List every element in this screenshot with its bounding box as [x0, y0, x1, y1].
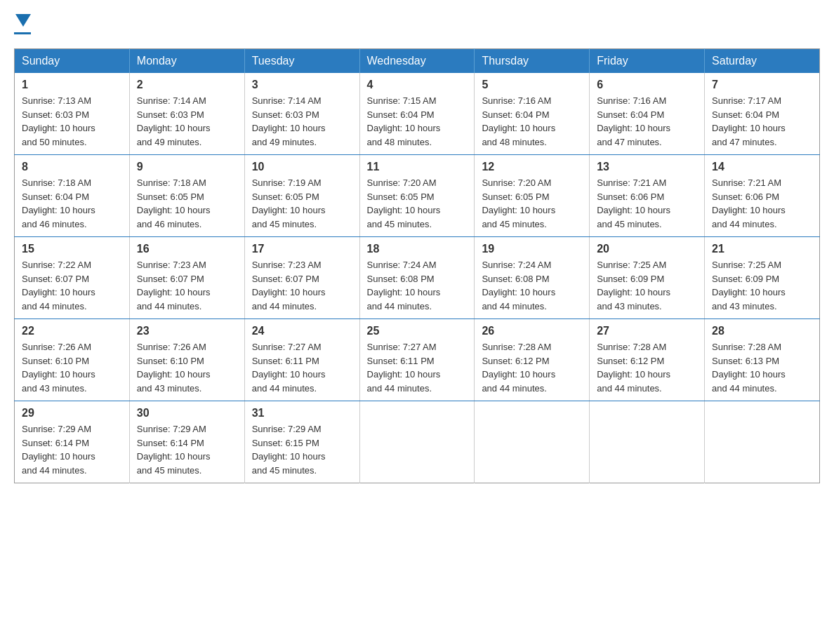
day-info: Sunrise: 7:24 AMSunset: 6:08 PMDaylight:…	[367, 260, 441, 311]
day-number: 15	[22, 243, 122, 255]
day-info: Sunrise: 7:18 AMSunset: 6:05 PMDaylight:…	[137, 177, 211, 229]
logo	[14, 14, 31, 34]
day-info: Sunrise: 7:24 AMSunset: 6:08 PMDaylight:…	[482, 260, 555, 311]
day-number: 16	[137, 243, 237, 255]
svg-marker-0	[15, 14, 31, 27]
day-info: Sunrise: 7:16 AMSunset: 6:04 PMDaylight:…	[597, 95, 670, 147]
week-row-1: 1 Sunrise: 7:13 AMSunset: 6:03 PMDayligh…	[15, 73, 820, 155]
day-info: Sunrise: 7:22 AMSunset: 6:07 PMDaylight:…	[22, 260, 95, 311]
day-info: Sunrise: 7:27 AMSunset: 6:11 PMDaylight:…	[367, 342, 441, 394]
calendar-cell: 28 Sunrise: 7:28 AMSunset: 6:13 PMDaylig…	[705, 319, 820, 401]
day-info: Sunrise: 7:20 AMSunset: 6:05 PMDaylight:…	[482, 177, 555, 229]
day-number: 6	[597, 79, 697, 91]
logo-triangle-icon	[15, 14, 31, 27]
day-number: 1	[22, 79, 122, 91]
calendar-cell: 19 Sunrise: 7:24 AMSunset: 6:08 PMDaylig…	[475, 237, 590, 319]
day-info: Sunrise: 7:23 AMSunset: 6:07 PMDaylight:…	[252, 260, 326, 311]
col-header-sunday: Sunday	[15, 49, 130, 74]
day-info: Sunrise: 7:21 AMSunset: 6:06 PMDaylight:…	[712, 177, 786, 229]
calendar-cell: 10 Sunrise: 7:19 AMSunset: 6:05 PMDaylig…	[244, 155, 359, 237]
week-row-2: 8 Sunrise: 7:18 AMSunset: 6:04 PMDayligh…	[15, 155, 820, 237]
day-number: 8	[22, 161, 122, 173]
day-number: 10	[252, 161, 352, 173]
calendar-cell: 4 Sunrise: 7:15 AMSunset: 6:04 PMDayligh…	[359, 73, 475, 155]
day-info: Sunrise: 7:28 AMSunset: 6:12 PMDaylight:…	[482, 342, 555, 394]
day-number: 11	[367, 161, 468, 173]
col-header-monday: Monday	[129, 49, 244, 74]
week-row-4: 22 Sunrise: 7:26 AMSunset: 6:10 PMDaylig…	[15, 319, 820, 401]
calendar-cell: 13 Sunrise: 7:21 AMSunset: 6:06 PMDaylig…	[590, 155, 705, 237]
col-header-thursday: Thursday	[475, 49, 590, 74]
day-number: 28	[712, 325, 812, 337]
calendar-cell: 1 Sunrise: 7:13 AMSunset: 6:03 PMDayligh…	[15, 73, 130, 155]
calendar-cell	[705, 401, 820, 483]
day-number: 29	[22, 407, 122, 420]
day-info: Sunrise: 7:13 AMSunset: 6:03 PMDaylight:…	[22, 95, 95, 147]
calendar-cell: 3 Sunrise: 7:14 AMSunset: 6:03 PMDayligh…	[244, 73, 359, 155]
day-number: 25	[367, 325, 468, 337]
day-number: 24	[252, 325, 352, 337]
day-info: Sunrise: 7:19 AMSunset: 6:05 PMDaylight:…	[252, 177, 326, 229]
day-number: 19	[482, 243, 582, 255]
day-info: Sunrise: 7:20 AMSunset: 6:05 PMDaylight:…	[367, 177, 441, 229]
calendar-cell	[475, 401, 590, 483]
calendar-cell: 30 Sunrise: 7:29 AMSunset: 6:14 PMDaylig…	[129, 401, 244, 483]
day-info: Sunrise: 7:21 AMSunset: 6:06 PMDaylight:…	[597, 177, 670, 229]
day-number: 27	[597, 325, 697, 337]
calendar-cell	[590, 401, 705, 483]
week-row-3: 15 Sunrise: 7:22 AMSunset: 6:07 PMDaylig…	[15, 237, 820, 319]
week-row-5: 29 Sunrise: 7:29 AMSunset: 6:14 PMDaylig…	[15, 401, 820, 483]
calendar-cell: 18 Sunrise: 7:24 AMSunset: 6:08 PMDaylig…	[359, 237, 475, 319]
day-info: Sunrise: 7:25 AMSunset: 6:09 PMDaylight:…	[597, 260, 670, 311]
calendar-cell: 27 Sunrise: 7:28 AMSunset: 6:12 PMDaylig…	[590, 319, 705, 401]
calendar-cell: 22 Sunrise: 7:26 AMSunset: 6:10 PMDaylig…	[15, 319, 130, 401]
calendar-cell: 9 Sunrise: 7:18 AMSunset: 6:05 PMDayligh…	[129, 155, 244, 237]
calendar-cell: 20 Sunrise: 7:25 AMSunset: 6:09 PMDaylig…	[590, 237, 705, 319]
day-number: 4	[367, 79, 468, 91]
day-info: Sunrise: 7:29 AMSunset: 6:14 PMDaylight:…	[22, 424, 95, 476]
day-number: 9	[137, 161, 237, 173]
col-header-wednesday: Wednesday	[359, 49, 475, 74]
day-info: Sunrise: 7:26 AMSunset: 6:10 PMDaylight:…	[22, 342, 95, 394]
day-number: 30	[137, 407, 237, 420]
day-number: 12	[482, 161, 582, 173]
logo-underline	[14, 32, 31, 34]
calendar-cell: 2 Sunrise: 7:14 AMSunset: 6:03 PMDayligh…	[129, 73, 244, 155]
day-info: Sunrise: 7:25 AMSunset: 6:09 PMDaylight:…	[712, 260, 786, 311]
calendar-cell: 23 Sunrise: 7:26 AMSunset: 6:10 PMDaylig…	[129, 319, 244, 401]
day-info: Sunrise: 7:16 AMSunset: 6:04 PMDaylight:…	[482, 95, 555, 147]
day-info: Sunrise: 7:29 AMSunset: 6:15 PMDaylight:…	[252, 424, 326, 476]
day-number: 31	[252, 407, 352, 420]
day-info: Sunrise: 7:17 AMSunset: 6:04 PMDaylight:…	[712, 95, 786, 147]
page-header	[14, 14, 820, 34]
day-number: 20	[597, 243, 697, 255]
calendar-cell: 11 Sunrise: 7:20 AMSunset: 6:05 PMDaylig…	[359, 155, 475, 237]
calendar-cell: 5 Sunrise: 7:16 AMSunset: 6:04 PMDayligh…	[475, 73, 590, 155]
calendar-cell: 7 Sunrise: 7:17 AMSunset: 6:04 PMDayligh…	[705, 73, 820, 155]
calendar-cell: 25 Sunrise: 7:27 AMSunset: 6:11 PMDaylig…	[359, 319, 475, 401]
col-header-friday: Friday	[590, 49, 705, 74]
day-number: 14	[712, 161, 812, 173]
day-info: Sunrise: 7:28 AMSunset: 6:12 PMDaylight:…	[597, 342, 670, 394]
calendar-cell: 24 Sunrise: 7:27 AMSunset: 6:11 PMDaylig…	[244, 319, 359, 401]
calendar-cell: 15 Sunrise: 7:22 AMSunset: 6:07 PMDaylig…	[15, 237, 130, 319]
calendar-cell: 12 Sunrise: 7:20 AMSunset: 6:05 PMDaylig…	[475, 155, 590, 237]
day-info: Sunrise: 7:26 AMSunset: 6:10 PMDaylight:…	[137, 342, 211, 394]
day-info: Sunrise: 7:15 AMSunset: 6:04 PMDaylight:…	[367, 95, 441, 147]
day-number: 21	[712, 243, 812, 255]
calendar-cell: 8 Sunrise: 7:18 AMSunset: 6:04 PMDayligh…	[15, 155, 130, 237]
day-number: 17	[252, 243, 352, 255]
day-number: 26	[482, 325, 582, 337]
day-number: 3	[252, 79, 352, 91]
calendar-cell: 31 Sunrise: 7:29 AMSunset: 6:15 PMDaylig…	[244, 401, 359, 483]
col-header-saturday: Saturday	[705, 49, 820, 74]
day-info: Sunrise: 7:27 AMSunset: 6:11 PMDaylight:…	[252, 342, 326, 394]
calendar-cell: 29 Sunrise: 7:29 AMSunset: 6:14 PMDaylig…	[15, 401, 130, 483]
calendar-cell: 17 Sunrise: 7:23 AMSunset: 6:07 PMDaylig…	[244, 237, 359, 319]
day-number: 13	[597, 161, 697, 173]
day-info: Sunrise: 7:28 AMSunset: 6:13 PMDaylight:…	[712, 342, 786, 394]
calendar-cell: 14 Sunrise: 7:21 AMSunset: 6:06 PMDaylig…	[705, 155, 820, 237]
calendar-cell: 16 Sunrise: 7:23 AMSunset: 6:07 PMDaylig…	[129, 237, 244, 319]
day-info: Sunrise: 7:29 AMSunset: 6:14 PMDaylight:…	[137, 424, 211, 476]
calendar-cell	[359, 401, 475, 483]
